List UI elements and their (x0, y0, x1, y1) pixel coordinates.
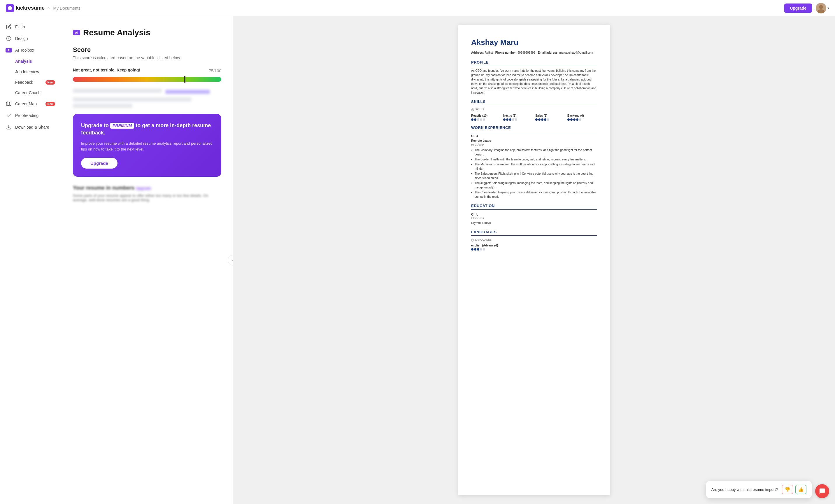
upgrade-card-button[interactable]: Upgrade (81, 158, 118, 168)
skills-grid: Reactjs (10) Nextjs (9) Sales (9) (471, 114, 597, 121)
breadcrumb-separator: › (48, 5, 49, 11)
topnav-right: Upgrade ▾ (784, 3, 829, 14)
sidebar-item-analysis[interactable]: Analysis (0, 56, 61, 66)
skill-nextjs: Nextjs (9) (503, 114, 533, 121)
logo[interactable]: kickresume (6, 4, 45, 12)
education-section-title: EDUCATION (471, 203, 597, 210)
skill-sales: Sales (9) (535, 114, 565, 121)
avatar (816, 3, 826, 14)
numbers-section: Your resume in numbers Upgrade Some part… (73, 185, 221, 202)
skill-reactjs: Reactjs (10) (471, 114, 501, 121)
svg-point-0 (8, 6, 12, 10)
sidebar-item-feedback[interactable]: Feedback New (0, 77, 61, 87)
blurred-analysis-section (73, 89, 221, 108)
check-icon (6, 113, 12, 118)
design-icon (6, 36, 12, 41)
topnav-left: kickresume › My Documents (6, 4, 80, 12)
sidebar-item-label: Job Interview (15, 69, 55, 74)
sidebar-item-label: Fill In (15, 24, 55, 29)
score-progress-bar (73, 77, 221, 82)
svg-rect-11 (471, 144, 473, 146)
sidebar-item-download-share[interactable]: Download & Share (0, 121, 61, 133)
feedback-new-badge: New (45, 80, 55, 85)
resume-name: Akshay Maru (471, 37, 597, 48)
skills-section-title: SKILLS (471, 99, 597, 106)
map-icon (6, 101, 12, 107)
sidebar-item-career-map[interactable]: Career Map New (0, 98, 61, 110)
logo-text: kickresume (16, 5, 45, 11)
sidebar-item-label: Proofreading (15, 113, 55, 118)
chat-support-button[interactable] (815, 484, 829, 498)
sidebar-item-ai-toolbox[interactable]: AI AI Toolbox (0, 44, 61, 56)
pencil-icon (6, 24, 12, 30)
score-description: This score is calculated based on the va… (73, 56, 221, 60)
score-row: Not great, not terrible. Keep going! 75/… (73, 66, 221, 74)
score-section: Score This score is calculated based on … (73, 46, 221, 82)
analysis-panel: AI Resume Analysis Score This score is c… (61, 16, 233, 504)
skills-label: SKILLS (471, 108, 597, 112)
feedback-question: Are you happy with this resume import? (711, 487, 778, 492)
sidebar-item-label: Career Map (15, 101, 42, 106)
ai-toolbox-badge: AI (5, 48, 12, 53)
upgrade-card-title: Upgrade to PREMIUM to get a more in-dept… (81, 122, 213, 137)
work-item-ceo: CEO Remote Leaps 01/2024 The Visionary: … (471, 134, 597, 199)
upgrade-button[interactable]: Upgrade (784, 3, 812, 13)
avatar-menu-button[interactable]: ▾ (816, 3, 829, 14)
svg-point-2 (817, 9, 824, 14)
chevron-down-icon: ▾ (828, 6, 829, 10)
progress-thumb (184, 76, 185, 83)
score-value: 75/100 (209, 66, 221, 74)
score-status-text: Not great, not terrible. Keep going! (73, 68, 140, 72)
sidebar: Fill In Design AI AI Toolbox Analysis Jo… (0, 16, 61, 504)
main-layout: Fill In Design AI AI Toolbox Analysis Jo… (0, 16, 835, 504)
sidebar-item-label: Feedback (15, 80, 42, 85)
resume-preview: Akshay Maru Address: Rajkot Phone number… (233, 16, 835, 504)
skill-backend: Backend (6) (567, 114, 597, 121)
sidebar-item-label: Download & Share (15, 125, 55, 129)
sidebar-item-design[interactable]: Design (0, 33, 61, 44)
svg-point-1 (819, 5, 823, 9)
logo-icon (6, 4, 14, 12)
collapse-panel-button[interactable]: ‹ (228, 255, 233, 265)
thumbs-up-button[interactable]: 👍 (795, 485, 807, 494)
language-item: english (Advanced) (471, 243, 597, 250)
download-icon (6, 124, 12, 130)
languages-section-title: LANGUAGES (471, 229, 597, 236)
work-section-title: WORK EXPERIENCE (471, 125, 597, 132)
score-max: /100 (213, 68, 221, 73)
ai-badge: AI (73, 30, 80, 35)
feedback-actions: 👎 👍 (782, 485, 807, 494)
upgrade-premium-card: Upgrade to PREMIUM to get a more in-dept… (73, 114, 221, 177)
education-item: Chfc 10/2024 Dryretu, Rtutyu (471, 212, 597, 225)
analysis-header: AI Resume Analysis (73, 28, 221, 37)
feedback-widget: Are you happy with this resume import? 👎… (706, 481, 812, 498)
profile-text: As CEO and founder, I've worn many hats … (471, 68, 597, 95)
sidebar-item-fill-in[interactable]: Fill In (0, 21, 61, 33)
resume-paper: Akshay Maru Address: Rajkot Phone number… (458, 25, 610, 495)
resume-contact: Address: Rajkot Phone number: 9999999999… (471, 51, 597, 55)
sidebar-item-label: Analysis (15, 59, 55, 64)
content-area: AI Resume Analysis Score This score is c… (61, 16, 835, 504)
languages-label: LANGUAGES (471, 238, 597, 242)
score-label: Score (73, 46, 221, 54)
breadcrumb-my-documents[interactable]: My Documents (53, 6, 80, 11)
progress-bar-fill (73, 77, 221, 82)
sidebar-item-label: Design (15, 36, 55, 41)
career-map-new-badge: New (45, 102, 55, 106)
sidebar-item-proofreading[interactable]: Proofreading (0, 110, 61, 121)
sidebar-item-career-coach[interactable]: Career Coach (0, 87, 61, 98)
profile-section-title: PROFILE (471, 60, 597, 66)
upgrade-card-description: Improve your resume with a detailed resu… (81, 141, 213, 152)
sidebar-item-label: Career Coach (15, 90, 55, 95)
sidebar-item-label: AI Toolbox (15, 48, 55, 53)
thumbs-down-button[interactable]: 👎 (782, 485, 793, 494)
analysis-title: Resume Analysis (83, 28, 150, 37)
sidebar-item-job-interview[interactable]: Job Interview (0, 66, 61, 77)
svg-rect-15 (471, 217, 473, 219)
svg-marker-4 (6, 102, 12, 106)
topnav: kickresume › My Documents Upgrade ▾ (0, 0, 835, 16)
premium-badge: PREMIUM (110, 123, 134, 128)
